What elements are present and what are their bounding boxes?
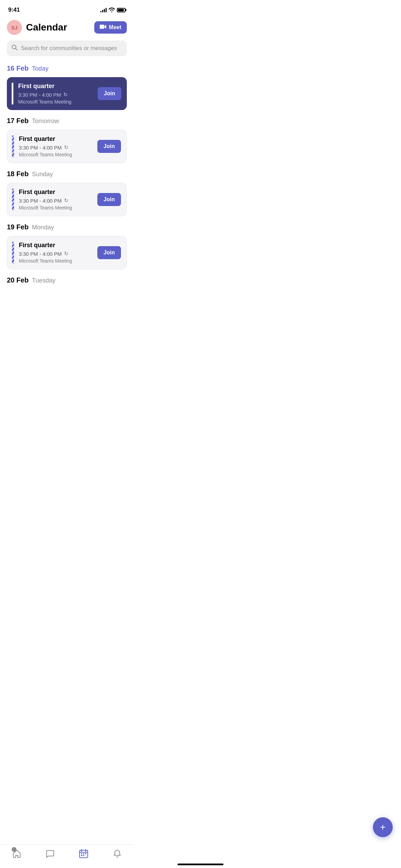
event-subtitle-3: Microsoft Teams Meeting [19,205,90,210]
date-number-feb17: 17 Feb [7,117,28,125]
date-header-feb19: 19 Feb Monday [7,223,127,231]
event-title-4: First quarter [19,242,90,249]
event-time-row-2: 3:30 PM - 4:00 PM ↻ [19,144,90,150]
event-title-2: First quarter [19,135,90,143]
event-info-1: First quarter 3:30 PM - 4:00 PM ↻ Micros… [13,77,95,110]
join-button-1[interactable]: Join [98,87,121,100]
date-number-feb18: 18 Feb [7,170,28,178]
event-title-1: First quarter [18,83,90,90]
event-time-3: 3:30 PM - 4:00 PM [19,198,62,204]
video-icon [100,24,107,31]
event-subtitle-1: Microsoft Teams Meeting [18,99,90,105]
date-day-feb18: Sunday [32,171,53,178]
event-time-row-4: 3:30 PM - 4:00 PM ↻ [19,251,90,257]
event-time-4: 3:30 PM - 4:00 PM [19,251,62,257]
calendar-content: 16 Feb Today First quarter 3:30 PM - 4:0… [0,64,134,323]
event-card-2[interactable]: First quarter 3:30 PM - 4:00 PM ↻ Micros… [7,130,127,163]
event-card-3[interactable]: First quarter 3:30 PM - 4:00 PM ↻ Micros… [7,183,127,216]
event-card-1[interactable]: First quarter 3:30 PM - 4:00 PM ↻ Micros… [7,77,127,110]
recur-icon-4: ↻ [64,251,69,257]
event-info-4: First quarter 3:30 PM - 4:00 PM ↻ Micros… [14,236,95,269]
recur-icon-1: ↻ [63,92,68,98]
event-time-row-1: 3:30 PM - 4:00 PM ↻ [18,92,90,98]
date-header-feb17: 17 Feb Tomorrow [7,117,127,125]
date-header-feb18: 18 Feb Sunday [7,170,127,178]
search-bar[interactable]: Search for communities or messages [7,40,127,56]
search-icon [12,45,17,52]
event-card-4[interactable]: First quarter 3:30 PM - 4:00 PM ↻ Micros… [7,236,127,269]
battery-icon [117,8,125,12]
date-header-feb16: 16 Feb Today [7,64,127,72]
meet-button-label: Meet [109,24,121,31]
svg-rect-0 [100,25,104,29]
date-day-feb19: Monday [32,224,54,231]
avatar[interactable]: SJ [7,20,22,35]
status-icons [100,8,125,12]
recur-icon-3: ↻ [64,197,69,204]
signal-icon [100,8,107,12]
page-title: Calendar [26,22,90,33]
event-time-2: 3:30 PM - 4:00 PM [19,145,62,150]
event-action-2: Join [95,130,126,163]
date-number-feb19: 19 Feb [7,223,28,231]
date-day-feb17: Tomorrow [32,118,59,125]
meet-button[interactable]: Meet [94,21,127,34]
search-placeholder: Search for communities or messages [21,45,117,52]
header: SJ Calendar Meet [0,17,134,39]
event-time-row-3: 3:30 PM - 4:00 PM ↻ [19,197,90,204]
svg-line-2 [15,48,17,50]
event-subtitle-4: Microsoft Teams Meeting [19,258,90,264]
event-subtitle-2: Microsoft Teams Meeting [19,152,90,157]
event-info-3: First quarter 3:30 PM - 4:00 PM ↻ Micros… [14,183,95,216]
event-title-3: First quarter [19,189,90,196]
event-action-3: Join [95,183,126,216]
event-action-4: Join [95,236,126,269]
date-day-feb16: Today [32,65,48,72]
event-action-1: Join [95,77,127,110]
event-info-2: First quarter 3:30 PM - 4:00 PM ↻ Micros… [14,130,95,163]
date-day-feb20: Tuesday [32,277,55,284]
join-button-3[interactable]: Join [97,193,121,206]
date-header-feb20: 20 Feb Tuesday [7,276,127,284]
status-bar: 9:41 [0,0,134,17]
date-number-feb16: 16 Feb [7,64,28,72]
recur-icon-2: ↻ [64,144,69,150]
search-container: Search for communities or messages [0,39,134,62]
join-button-2[interactable]: Join [97,140,121,153]
event-time-1: 3:30 PM - 4:00 PM [18,92,61,98]
status-time: 9:41 [8,7,20,13]
join-button-4[interactable]: Join [97,246,121,259]
wifi-icon [109,8,115,12]
date-number-feb20: 20 Feb [7,276,28,284]
